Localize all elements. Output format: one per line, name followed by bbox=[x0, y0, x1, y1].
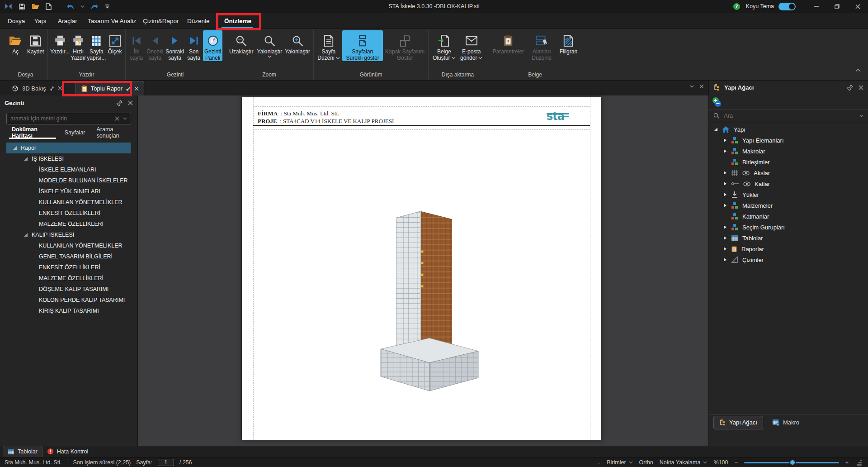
tab-list-chevron-icon[interactable] bbox=[690, 85, 694, 88]
resize-grip[interactable] bbox=[857, 460, 862, 466]
preview-canvas[interactable]: FİRMA : Sta Muh. Mus. Ltd. Sti. PROJE : … bbox=[138, 95, 708, 446]
expand-arrow-icon[interactable] bbox=[723, 181, 727, 186]
tree-item-kalip-iskelesi[interactable]: KALIP İSKELESİ bbox=[0, 229, 137, 240]
navigation-panel-button[interactable]: GezintiPaneli bbox=[203, 30, 222, 61]
menu-cizim-rapor[interactable]: Çizim&Rapor bbox=[141, 13, 181, 29]
page-number-input[interactable]: 1 bbox=[158, 459, 174, 466]
tab-dokuman-haritasi[interactable]: Doküman Haritası bbox=[6, 126, 59, 139]
tree-item-makrolar[interactable]: Makrolar bbox=[709, 146, 868, 157]
collapse-expander-icon[interactable] bbox=[24, 157, 28, 161]
tab-hata-kontrol[interactable]: Hata Kontrol bbox=[42, 446, 93, 457]
undo-icon[interactable] bbox=[66, 4, 74, 10]
unpin-icon[interactable] bbox=[126, 86, 131, 91]
tab-arama-sonuclari[interactable]: Arama sonuçları bbox=[91, 126, 137, 139]
expand-arrow-icon[interactable] bbox=[723, 203, 727, 208]
tree-item[interactable]: MALZEME ÖZELLİKLERİ bbox=[0, 273, 137, 284]
minimize-button[interactable] bbox=[806, 0, 826, 13]
tree-item-rapor[interactable]: Rapor bbox=[6, 143, 131, 153]
continuous-pages-button[interactable]: SayfalarıSürekli göster bbox=[342, 30, 383, 61]
save-button[interactable]: Kaydet bbox=[26, 30, 46, 55]
help-icon[interactable]: ? bbox=[733, 3, 741, 10]
zoom-out-minus[interactable]: − bbox=[734, 459, 737, 466]
tree-item-birlesimler[interactable]: Birleşimler bbox=[709, 157, 868, 167]
units-dropdown[interactable]: Birimler bbox=[607, 459, 632, 466]
menu-duzenle[interactable]: Düzenle bbox=[185, 13, 212, 29]
tree-item-katmanlar[interactable]: Katmanlar bbox=[709, 211, 868, 222]
page-layout-button[interactable]: SayfaDüzeni bbox=[316, 30, 341, 61]
expand-arrow-icon[interactable] bbox=[723, 257, 727, 262]
collapse-expander-icon[interactable] bbox=[13, 146, 17, 150]
restore-button[interactable] bbox=[826, 0, 847, 13]
close-button[interactable] bbox=[847, 0, 868, 13]
tree-item[interactable]: DÖŞEME KALIP TASARIMI bbox=[0, 284, 137, 295]
tree-item-tablolar[interactable]: Tablolar bbox=[709, 233, 868, 243]
tree-item[interactable]: ENKESİT ÖZELLİKLERİ bbox=[0, 208, 137, 219]
tree-item-is-iskelesi[interactable]: İŞ İSKELESİ bbox=[0, 153, 137, 164]
menu-dosya[interactable]: Dosya bbox=[6, 13, 27, 29]
eye-icon[interactable] bbox=[742, 171, 750, 176]
open-folder-icon[interactable] bbox=[32, 3, 39, 10]
eye-icon[interactable] bbox=[743, 181, 750, 186]
last-page-button[interactable]: Sonsayfa bbox=[185, 30, 202, 61]
save-icon[interactable] bbox=[19, 3, 25, 10]
expand-arrow-icon[interactable] bbox=[723, 247, 727, 251]
tree-item[interactable]: KİRİŞ KALIP TASARIMI bbox=[0, 305, 137, 316]
tree-item[interactable]: İSKELE ELEMANLARI bbox=[0, 164, 137, 175]
chevron-down-icon[interactable] bbox=[123, 117, 127, 120]
tab-toplu-rapor[interactable]: Toplu Rapor bbox=[75, 81, 144, 95]
zoom-out-button[interactable]: Uzaklaştır bbox=[227, 30, 255, 55]
menu-tasarim-ve-analiz[interactable]: Tasarım Ve Analiz bbox=[86, 13, 138, 29]
open-button[interactable]: Aç bbox=[6, 30, 25, 55]
zoom-button[interactable]: Yakınlaştır bbox=[256, 30, 283, 58]
tab-makro[interactable]: Makro bbox=[767, 416, 805, 429]
clear-search-icon[interactable] bbox=[115, 116, 119, 121]
expand-arrow-icon[interactable] bbox=[723, 225, 727, 229]
theme-toggle[interactable] bbox=[778, 3, 796, 10]
close-group-icon[interactable] bbox=[699, 84, 704, 89]
close-panel-icon[interactable] bbox=[128, 100, 133, 105]
close-tab-icon[interactable] bbox=[134, 86, 139, 91]
tree-item[interactable]: MALZEME ÖZELLİKLERİ bbox=[0, 219, 137, 229]
expand-arrow-icon[interactable] bbox=[723, 236, 727, 240]
expand-arrow-icon[interactable] bbox=[723, 138, 727, 143]
tree-item-malzemeler[interactable]: Malzemeler bbox=[709, 200, 868, 211]
watermark-button[interactable]: Filigran bbox=[557, 30, 580, 55]
tree-item[interactable]: MODELDE BULUNAN İSKELELER bbox=[0, 175, 137, 186]
snap-dropdown[interactable]: Nokta Yakalama bbox=[660, 459, 708, 466]
pin-icon[interactable] bbox=[847, 85, 853, 91]
tree-item-akslar[interactable]: Akslar bbox=[709, 167, 868, 178]
unpin-icon[interactable] bbox=[49, 86, 55, 91]
tab-sayfalar[interactable]: Sayfalar bbox=[59, 126, 91, 139]
send-email-button[interactable]: E-postagönder bbox=[458, 30, 485, 61]
zoom-in-plus[interactable]: + bbox=[845, 459, 849, 466]
undo-history-chevron-icon[interactable] bbox=[80, 5, 85, 8]
collapse-expander-icon[interactable] bbox=[24, 233, 28, 237]
tree-item-katlar[interactable]: Katlar bbox=[709, 178, 868, 189]
menu-onizleme[interactable]: Önizleme bbox=[222, 13, 253, 29]
tree-item-yapi-elemanlari[interactable]: Yapı Elemanları bbox=[709, 135, 868, 146]
tree-item-yukler[interactable]: Yükler bbox=[709, 189, 868, 200]
tree-item[interactable]: GENEL TASARIM BİLGİLERİ bbox=[0, 251, 137, 262]
ortho-toggle[interactable]: Ortho bbox=[639, 459, 653, 466]
new-document-icon[interactable] bbox=[46, 3, 52, 10]
create-document-button[interactable]: BelgeOluştur bbox=[431, 30, 458, 61]
search-input[interactable] bbox=[10, 115, 111, 122]
menu-araclar[interactable]: Araçlar bbox=[56, 13, 79, 29]
tab-yapi-agaci[interactable]: Yapı Ağacı bbox=[713, 416, 763, 429]
menu-yapi[interactable]: Yapı bbox=[33, 13, 48, 29]
zoom-slider[interactable] bbox=[744, 457, 839, 467]
tree-item[interactable]: KULLANILAN YÖNETMELİKLER bbox=[0, 197, 137, 208]
print-button[interactable]: Yazdır... bbox=[50, 30, 70, 55]
tree-item-yapi[interactable]: Yapı bbox=[709, 124, 868, 135]
tree-item[interactable]: ENKESİT ÖZELLİKLERİ bbox=[0, 262, 137, 273]
pin-icon[interactable] bbox=[117, 100, 123, 106]
expand-arrow-icon[interactable] bbox=[723, 192, 727, 197]
quick-print-button[interactable]: HızlıYazdır bbox=[71, 30, 86, 61]
qat-customize-icon[interactable] bbox=[105, 5, 110, 9]
scale-button[interactable]: Ölçek bbox=[107, 30, 123, 55]
tree-search-input[interactable] bbox=[724, 112, 855, 119]
collapse-expander-icon[interactable] bbox=[713, 127, 718, 132]
expand-arrow-icon[interactable] bbox=[723, 149, 727, 153]
tree-item-secim-gruplari[interactable]: Seçim Gurupları bbox=[709, 222, 868, 233]
slider-knob[interactable] bbox=[789, 459, 796, 466]
